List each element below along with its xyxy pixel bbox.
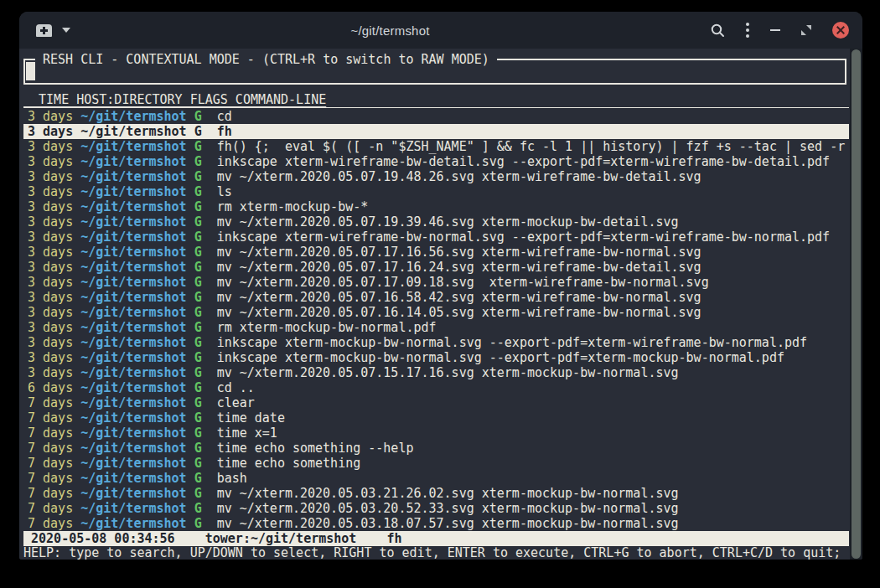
history-row[interactable]: 6 days~/git/termshotGcd .. — [23, 380, 849, 395]
new-tab-button[interactable] — [36, 24, 52, 37]
row-time: 7 days — [28, 486, 73, 501]
row-flags: G — [194, 109, 202, 124]
row-time: 7 days — [28, 395, 73, 410]
terminal-window: ~/git/termshot — [19, 12, 862, 560]
row-time: 7 days — [28, 426, 73, 441]
history-row[interactable]: 3 days~/git/termshotGmv ~/xterm.2020.05.… — [23, 260, 849, 275]
row-time: 3 days — [28, 154, 73, 169]
row-directory: ~/git/termshot — [80, 441, 186, 456]
status-bar: 2020-05-08 00:34:56 tower:~/git/termshot… — [23, 531, 849, 546]
row-command: mv ~/xterm.2020.05.07.17.09.18.svg xterm… — [217, 275, 709, 290]
row-time: 3 days — [28, 109, 73, 124]
row-directory: ~/git/termshot — [80, 516, 186, 531]
row-command: mv ~/xterm.2020.05.03.21.26.02.svg xterm… — [217, 486, 679, 501]
row-command: inkscape xterm-wireframe-bw-detail.svg -… — [217, 154, 831, 169]
row-time: 3 days — [28, 124, 73, 139]
history-row[interactable]: 3 days~/git/termshotGls — [23, 184, 849, 199]
close-button[interactable] — [832, 22, 849, 39]
history-row[interactable]: 3 days~/git/termshotGfh() {; eval $( ([ … — [23, 139, 849, 154]
scrollbar[interactable] — [850, 49, 862, 560]
row-directory: ~/git/termshot — [80, 199, 186, 214]
row-command: time echo something --help — [217, 441, 414, 456]
restore-icon — [800, 24, 812, 36]
search-box-legend: RESH CLI - CONTEXTUAL MODE - (CTRL+R to … — [35, 52, 497, 67]
history-rows: 3 days~/git/termshotGcd3 days~/git/terms… — [23, 109, 849, 531]
row-flags: G — [194, 456, 202, 471]
help-line: HELP: type to search, UP/DOWN to select,… — [23, 546, 849, 560]
minimize-button[interactable] — [770, 29, 780, 31]
history-row[interactable]: 7 days~/git/termshotGclear — [23, 395, 849, 410]
row-flags: G — [194, 245, 202, 260]
history-row[interactable]: 3 days~/git/termshotGmv ~/xterm.2020.05.… — [23, 275, 849, 290]
row-time: 3 days — [28, 305, 73, 320]
window-title: ~/git/termshot — [70, 23, 710, 38]
row-flags: G — [194, 139, 202, 154]
row-time: 3 days — [28, 214, 73, 230]
history-row[interactable]: 7 days~/git/termshotGtime echo something — [23, 456, 849, 471]
row-command: time date — [217, 410, 285, 426]
history-row[interactable]: 3 days~/git/termshotGinkscape xterm-mock… — [23, 335, 849, 350]
row-command: mv ~/xterm.2020.05.03.18.07.57.svg xterm… — [217, 516, 679, 531]
row-command: mv ~/xterm.2020.05.07.16.58.42.svg xterm… — [217, 290, 701, 305]
row-directory: ~/git/termshot — [80, 260, 186, 275]
history-row[interactable]: 3 days~/git/termshotGmv ~/xterm.2020.05.… — [23, 305, 849, 320]
row-command: rm xterm-mockup-bw-normal.pdf — [217, 320, 437, 335]
history-row[interactable]: 3 days~/git/termshotGinkscape xterm-wire… — [23, 154, 849, 169]
restore-button[interactable] — [800, 24, 812, 36]
row-command: fh — [217, 124, 232, 139]
row-command: mv ~/xterm.2020.05.07.19.48.26.svg xterm… — [217, 169, 701, 184]
row-directory: ~/git/termshot — [80, 290, 186, 305]
row-directory: ~/git/termshot — [80, 275, 186, 290]
row-time: 7 days — [28, 456, 73, 471]
history-row[interactable]: 7 days~/git/termshotGtime echo something… — [23, 441, 849, 456]
tab-dropdown-button[interactable] — [62, 28, 70, 33]
history-row[interactable]: 7 days~/git/termshotGmv ~/xterm.2020.05.… — [23, 516, 849, 531]
chevron-down-icon — [62, 28, 70, 33]
screen: ~/git/termshot — [0, 0, 880, 588]
row-command: inkscape xterm-wireframe-bw-normal.svg -… — [217, 230, 831, 245]
history-row[interactable]: 3 days~/git/termshotGmv ~/xterm.2020.05.… — [23, 365, 849, 380]
row-flags: G — [194, 260, 202, 275]
history-row[interactable]: 3 days~/git/termshotGinkscape xterm-mock… — [23, 350, 849, 365]
history-row[interactable]: 3 days~/git/termshotGmv ~/xterm.2020.05.… — [23, 214, 849, 230]
row-command: mv ~/xterm.2020.05.07.17.16.24.svg xterm… — [217, 260, 701, 275]
history-row[interactable]: 3 days~/git/termshotGfh — [23, 124, 849, 139]
row-time: 3 days — [28, 139, 73, 154]
history-row[interactable]: 7 days~/git/termshotGmv ~/xterm.2020.05.… — [23, 501, 849, 516]
row-time: 7 days — [28, 501, 73, 516]
history-row[interactable]: 3 days~/git/termshotGmv ~/xterm.2020.05.… — [23, 290, 849, 305]
row-directory: ~/git/termshot — [80, 335, 186, 350]
row-command: rm xterm-mockup-bw-* — [217, 199, 369, 214]
row-time: 3 days — [28, 350, 73, 365]
row-directory: ~/git/termshot — [80, 184, 186, 199]
row-command: bash — [217, 471, 247, 486]
history-row[interactable]: 7 days~/git/termshotGtime date — [23, 410, 849, 426]
search-input[interactable]: RESH CLI - CONTEXTUAL MODE - (CTRL+R to … — [23, 59, 846, 85]
row-flags: G — [194, 471, 202, 486]
row-directory: ~/git/termshot — [80, 169, 186, 184]
row-directory: ~/git/termshot — [80, 471, 186, 486]
row-flags: G — [194, 501, 202, 516]
row-time: 3 days — [28, 184, 73, 199]
history-row[interactable]: 7 days~/git/termshotGmv ~/xterm.2020.05.… — [23, 486, 849, 501]
history-row[interactable]: 7 days~/git/termshotGtime x=1 — [23, 426, 849, 441]
row-directory: ~/git/termshot — [80, 305, 186, 320]
history-row[interactable]: 3 days~/git/termshotGmv ~/xterm.2020.05.… — [23, 169, 849, 184]
history-row[interactable]: 3 days~/git/termshotGinkscape xterm-wire… — [23, 230, 849, 245]
history-row[interactable]: 3 days~/git/termshotGcd — [23, 109, 849, 124]
row-time: 3 days — [28, 260, 73, 275]
scrollbar-thumb[interactable] — [852, 49, 861, 559]
history-row[interactable]: 3 days~/git/termshotGmv ~/xterm.2020.05.… — [23, 245, 849, 260]
row-flags: G — [194, 486, 202, 501]
menu-button[interactable] — [745, 22, 750, 39]
history-row[interactable]: 3 days~/git/termshotGrm xterm-mockup-bw-… — [23, 320, 849, 335]
history-row[interactable]: 7 days~/git/termshotGbash — [23, 471, 849, 486]
history-row[interactable]: 3 days~/git/termshotGrm xterm-mockup-bw-… — [23, 199, 849, 214]
close-icon — [832, 22, 849, 39]
row-directory: ~/git/termshot — [80, 486, 186, 501]
new-tab-icon — [36, 24, 52, 37]
row-directory: ~/git/termshot — [80, 230, 186, 245]
search-button[interactable] — [710, 23, 725, 38]
row-time: 7 days — [28, 441, 73, 456]
row-flags: G — [194, 184, 202, 199]
